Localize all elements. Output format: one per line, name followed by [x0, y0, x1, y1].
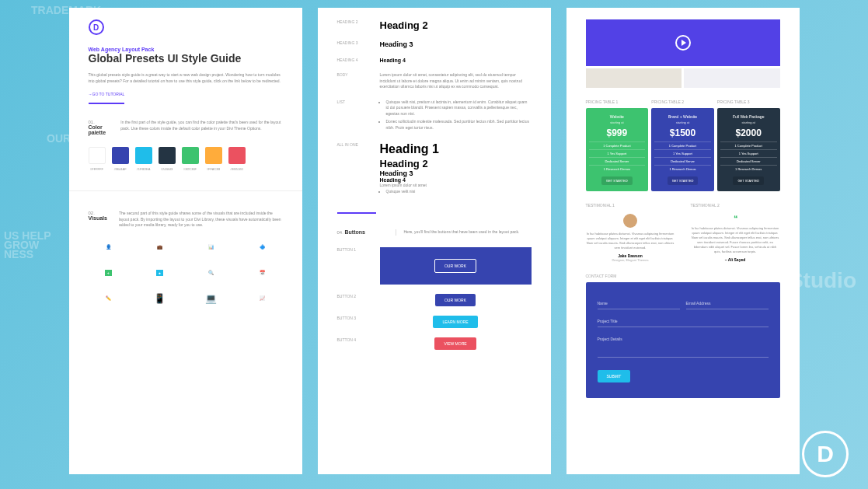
visual-icon: 💻 [191, 292, 231, 306]
name-field[interactable]: Name [598, 298, 680, 309]
page-title: Global Presets UI Style Guide [89, 52, 283, 65]
type-label: HEADING 2 [337, 19, 372, 24]
price-card: Brand + Websitestarting at$15001 Complet… [651, 108, 714, 191]
testimonial-label: TESTIMONIAL 2 [691, 203, 780, 208]
tutorial-link[interactable]: →GO TO TUTORIAL [89, 92, 125, 104]
list-sample: Quisque velit nisi, pretium ut lacinia i… [380, 100, 532, 134]
section-text: Here, you'll find the buttons that have … [396, 229, 520, 236]
visual-icon: 🔷 [242, 240, 282, 254]
price-card: Full Web Packagestarting at$20001 Comple… [717, 108, 780, 191]
section-number: 04. [337, 230, 343, 235]
color-swatch: #3DC36F [182, 147, 199, 171]
type-label: HEADING 4 [337, 58, 372, 62]
visuals-grid: 👤 💼 📊 🔷 + ● 🔍 📅 ✏️ 📱 💻 📈 [89, 240, 283, 306]
heading-4-sample: Heading 4 [380, 58, 406, 63]
panel-typography: HEADING 2Heading 2 HEADING 3Heading 3 HE… [318, 8, 551, 474]
get-started-button[interactable]: GET STARTED [733, 176, 764, 185]
testimonial-role: Designer, Elegant Themes [586, 258, 675, 262]
section-text: In the first part of the style guide, yo… [120, 120, 282, 135]
visual-icon: + [89, 266, 128, 280]
lorem: Lorem ipsum dolor sit amet [380, 183, 439, 189]
color-swatch: #1FBDEA [135, 147, 152, 171]
type-label: LIST [337, 100, 372, 104]
section-title: Visuals [89, 215, 107, 221]
visual-icon: 👤 [89, 240, 128, 254]
type-label: HEADING 3 [337, 40, 372, 45]
visual-icon: 🔍 [191, 266, 231, 280]
contact-form: NameEmail Address Project Title Project … [586, 282, 780, 398]
submit-button[interactable]: SUBMIT [598, 370, 631, 382]
get-started-button[interactable]: GET STARTED [668, 176, 699, 185]
our-work-button[interactable]: OUR WORK [434, 259, 476, 273]
email-field[interactable]: Email Address [686, 298, 769, 309]
testimonial-name: – Ali Sayed [691, 257, 780, 262]
play-icon[interactable] [675, 35, 691, 51]
get-started-button[interactable]: GET STARTED [601, 176, 633, 185]
section-text: The second part of this style guide shar… [119, 211, 283, 229]
color-swatch: #FFAC3B [205, 147, 222, 171]
visual-icon: ● [140, 266, 180, 280]
color-swatch: #243443 [159, 147, 176, 171]
our-work-button[interactable]: OUR WORK [435, 294, 476, 306]
pricing-label: PRICING TABLE 2 [651, 100, 714, 104]
list-item: Quisque velit nisi, pretium ut lacinia i… [386, 100, 532, 117]
testimonial-label: TESTIMONIAL 1 [586, 203, 675, 208]
price-card: Websitestarting at$9991 Complete Product… [586, 108, 649, 191]
subtitle: Web Agency Layout Pack [89, 47, 283, 52]
color-palette: #FFFFFF#3644AF#1FBDEA#243443#3DC36F#FFAC… [89, 147, 283, 171]
list-item: Donec sollicitudin molestie malesuada. S… [386, 119, 532, 131]
pricing-label: PRICING TABLE 3 [717, 100, 780, 104]
heading-3-sample: Heading 3 [380, 169, 439, 177]
divi-badge-icon: D [802, 431, 849, 477]
button-1-container: OUR WORK [380, 247, 532, 285]
view-more-button[interactable]: VIEW MORE [434, 337, 476, 350]
visual-icon: 📈 [242, 292, 282, 306]
button-label: BUTTON 2 [337, 294, 372, 299]
color-swatch: #EB5160 [228, 147, 246, 171]
type-label: ALL IN ONE [337, 142, 372, 147]
visual-icon: 📅 [242, 266, 282, 280]
description: This global presets style guide is a gre… [89, 72, 283, 84]
testimonial-text: In fac habitasse platea dictumst. Vivamu… [586, 232, 675, 250]
pricing-row: Websitestarting at$9991 Complete Product… [586, 108, 780, 191]
avatar [623, 214, 637, 228]
button-label: BUTTON 4 [337, 337, 372, 342]
heading-1-sample: Heading 1 [380, 142, 439, 156]
section-title: Buttons [345, 229, 365, 235]
visual-icon: ✏️ [89, 292, 128, 306]
image-box [586, 68, 682, 88]
learn-more-button[interactable]: LEARN MORE [433, 316, 477, 328]
visual-icon: 💼 [140, 240, 180, 254]
button-label: BUTTON 3 [337, 316, 372, 320]
quote-icon: ❝ [691, 214, 780, 222]
pricing-label: PRICING TABLE 1 [586, 100, 649, 104]
project-details-field[interactable]: Project Details [598, 334, 769, 358]
color-swatch: #3644AF [112, 147, 129, 171]
heading-2-sample: Heading 2 [380, 19, 428, 31]
color-swatch: #FFFFFF [89, 147, 106, 171]
image-box [684, 68, 780, 88]
heading-2-sample: Heading 2 [380, 158, 439, 169]
visual-icon: 📊 [191, 240, 231, 254]
type-label: BODY [337, 72, 372, 77]
heading-4-sample: Heading 4 [380, 177, 439, 183]
video-hero [586, 19, 780, 66]
divi-logo-icon: D [89, 19, 104, 35]
visual-icon: 📱 [140, 292, 180, 306]
panel-components: PRICING TABLE 1PRICING TABLE 2PRICING TA… [566, 8, 800, 474]
body-sample: Lorem ipsum dolor sit amet, consectetur … [380, 72, 532, 90]
testimonial-text: In fac habitasse platea dictumst. Vivamu… [691, 226, 780, 254]
button-label: BUTTON 1 [337, 247, 372, 252]
project-title-field[interactable]: Project Title [598, 316, 769, 327]
section-title: Color palette [89, 124, 106, 135]
panel-styleguide: D Web Agency Layout Pack Global Presets … [69, 8, 302, 474]
heading-3-sample: Heading 3 [380, 40, 413, 48]
form-label: CONTACT FORM [586, 274, 780, 278]
lorem: Quisque velit nisi [386, 189, 439, 195]
